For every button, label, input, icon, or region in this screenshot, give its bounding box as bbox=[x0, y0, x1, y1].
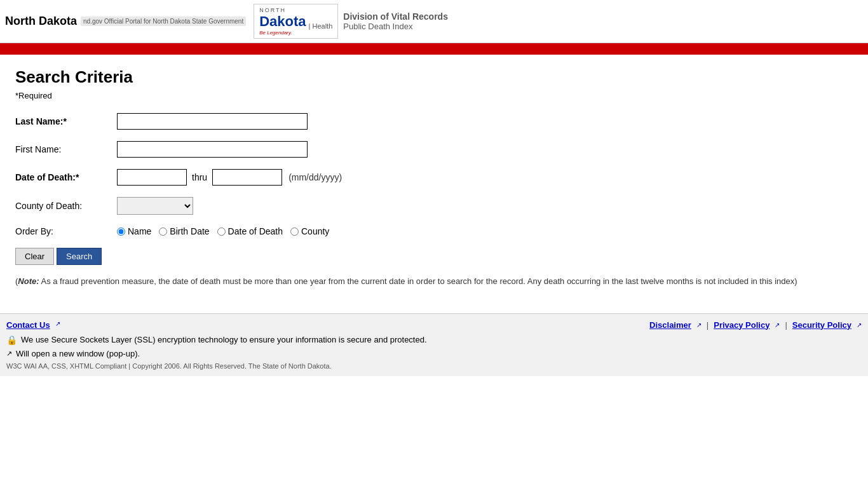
logo-tagline: Be Legendary. bbox=[259, 30, 332, 36]
first-name-input[interactable] bbox=[117, 141, 308, 158]
order-by-dateofdeath-label: Date of Death bbox=[228, 226, 283, 236]
order-by-birthdate-radio[interactable] bbox=[159, 227, 167, 236]
last-name-input[interactable] bbox=[117, 113, 308, 130]
footer-sep-1: | bbox=[707, 320, 709, 330]
red-banner bbox=[0, 43, 868, 55]
order-by-birthdate-label: Birth Date bbox=[170, 226, 209, 236]
form-buttons: Clear Search bbox=[15, 248, 853, 265]
order-by-name-label: Name bbox=[128, 226, 151, 236]
nd-name: North Dakota bbox=[5, 15, 77, 28]
security-policy-link[interactable]: Security Policy bbox=[792, 320, 851, 330]
order-by-name[interactable]: Name bbox=[117, 226, 151, 236]
first-name-row: First Name: bbox=[15, 141, 853, 158]
order-by-county-label: County bbox=[301, 226, 329, 236]
thru-label: thru bbox=[192, 172, 207, 182]
date-of-death-from-input[interactable] bbox=[117, 169, 187, 186]
search-button[interactable]: Search bbox=[57, 248, 102, 265]
date-of-death-to-input[interactable] bbox=[212, 169, 282, 186]
popup-row: ↗ Will open a new window (pop-up). bbox=[6, 348, 862, 360]
county-label: County of Death: bbox=[15, 201, 117, 211]
page-title: Search Criteria bbox=[15, 67, 853, 87]
disclaimer-ext-icon: ↗ bbox=[696, 322, 702, 329]
logo-north: NORTH bbox=[259, 7, 332, 13]
order-by-birthdate[interactable]: Birth Date bbox=[159, 226, 209, 236]
contact-us-link[interactable]: Contact Us bbox=[6, 320, 50, 330]
nd-logo: North Dakota nd.gov Official Portal for … bbox=[5, 15, 246, 28]
main-content: Search Criteria *Required Last Name:* Fi… bbox=[0, 55, 868, 313]
order-by-name-radio[interactable] bbox=[117, 227, 125, 236]
note-text: As a fraud prevention measure, the date … bbox=[41, 276, 797, 286]
order-by-label: Order By: bbox=[15, 226, 117, 236]
county-of-death-row: County of Death: bbox=[15, 197, 853, 215]
logo-dakota: Dakota bbox=[259, 13, 306, 30]
date-of-death-row: Date of Death:* thru (mm/dd/yyyy) bbox=[15, 169, 853, 186]
disclaimer-link[interactable]: Disclaimer bbox=[649, 320, 691, 330]
clear-button[interactable]: Clear bbox=[15, 248, 54, 265]
fraud-note: (Note: As a fraud prevention measure, th… bbox=[15, 275, 853, 288]
order-by-county[interactable]: County bbox=[290, 226, 329, 236]
footer-right: Disclaimer ↗ | Privacy Policy ↗ | Securi… bbox=[649, 320, 862, 330]
order-by-row: Order By: Name Birth Date Date of Death … bbox=[15, 226, 853, 236]
logo-health: | Health bbox=[309, 22, 333, 30]
site-footer: Contact Us ↗ Disclaimer ↗ | Privacy Poli… bbox=[0, 313, 868, 376]
order-by-radio-group: Name Birth Date Date of Death County bbox=[117, 226, 329, 236]
popup-icon: ↗ bbox=[6, 349, 12, 358]
last-name-label: Last Name:* bbox=[15, 116, 117, 126]
ssl-text: We use Secure Sockets Layer (SSL) encryp… bbox=[21, 335, 427, 344]
contact-us-ext-icon: ↗ bbox=[55, 320, 60, 330]
privacy-policy-link[interactable]: Privacy Policy bbox=[714, 320, 770, 330]
dvr-title: Division of Vital Records bbox=[343, 11, 448, 22]
dvr-info: Division of Vital Records Public Death I… bbox=[343, 11, 448, 31]
popup-text: Will open a new window (pop-up). bbox=[16, 349, 140, 358]
ssl-row: 🔒 We use Secure Sockets Layer (SSL) encr… bbox=[6, 332, 862, 348]
order-by-dateofdeath[interactable]: Date of Death bbox=[217, 226, 283, 236]
lock-icon: 🔒 bbox=[6, 335, 17, 345]
nd-gov-badge: nd.gov Official Portal for North Dakota … bbox=[81, 17, 246, 26]
copyright: W3C WAI AA, CSS, XHTML Compliant | Copyr… bbox=[6, 360, 862, 372]
security-ext-icon: ↗ bbox=[857, 322, 862, 329]
dvr-sub: Public Death Index bbox=[343, 22, 448, 31]
footer-left: Contact Us ↗ bbox=[6, 320, 60, 330]
privacy-ext-icon: ↗ bbox=[775, 322, 780, 329]
first-name-label: First Name: bbox=[15, 144, 117, 154]
date-format-label: (mm/dd/yyyy) bbox=[288, 172, 342, 182]
date-of-death-label: Date of Death:* bbox=[15, 172, 117, 182]
last-name-row: Last Name:* bbox=[15, 113, 853, 130]
order-by-dateofdeath-radio[interactable] bbox=[217, 227, 226, 236]
site-header: North Dakota nd.gov Official Portal for … bbox=[0, 0, 868, 43]
footer-links: Contact Us ↗ Disclaimer ↗ | Privacy Poli… bbox=[6, 318, 862, 332]
order-by-county-radio[interactable] bbox=[290, 227, 299, 236]
dakota-logo: NORTH Dakota | Health Be Legendary. bbox=[254, 4, 338, 39]
note-label: Note: bbox=[18, 276, 39, 286]
required-note: *Required bbox=[15, 91, 853, 100]
footer-sep-2: | bbox=[785, 320, 787, 330]
county-select[interactable] bbox=[117, 197, 193, 215]
